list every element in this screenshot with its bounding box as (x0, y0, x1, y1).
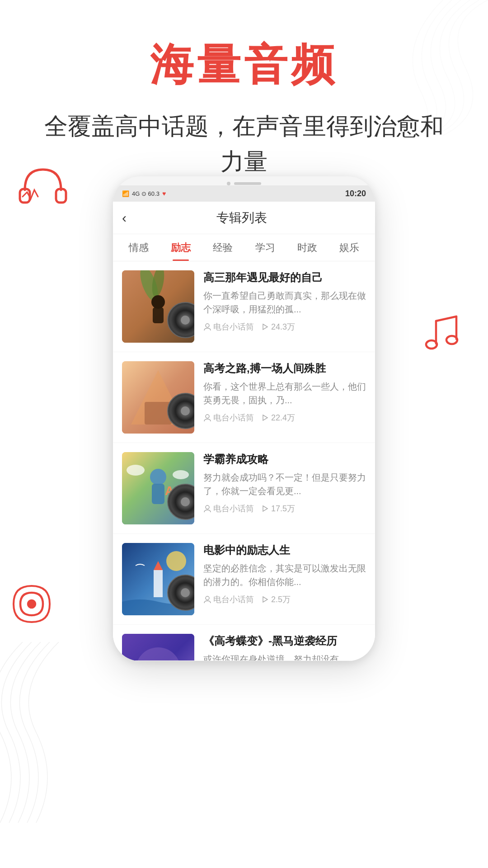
item-meta: 电台小话筒 22.4万 (203, 412, 366, 423)
play-icon (261, 505, 269, 513)
phone-mockup: 📶 4G ⊙ 60.3 ♥ 10:20 ‹ 专辑列表 情感 励志 经验 学习 (113, 176, 375, 661)
heart-icon: ♥ (162, 190, 166, 197)
author-icon (203, 323, 211, 331)
svg-rect-29 (154, 570, 163, 597)
tab-yule[interactable]: 娱乐 (328, 234, 371, 261)
svg-marker-14 (263, 324, 267, 330)
svg-rect-22 (152, 484, 164, 504)
tab-shizheng[interactable]: 时政 (286, 234, 328, 261)
item-description: 你看，这个世界上总有那么一些人，他们英勇无畏，固执，乃... (203, 380, 366, 407)
item-thumbnail (122, 361, 194, 434)
indicator-dot (227, 182, 230, 185)
author-icon (203, 595, 211, 604)
svg-point-7 (28, 600, 35, 608)
item-meta: 电台小话筒 17.5万 (203, 503, 366, 514)
status-bar-left: 📶 4G ⊙ 60.3 ♥ (122, 190, 166, 197)
item-title: 高三那年遇见最好的自己 (203, 270, 366, 284)
bg-decoration-bottom-left (0, 642, 127, 823)
list-item[interactable]: A 学霸养成攻略 努力就会成功吗？不一定！但是只要努力了，你就一定会看见更... (113, 443, 375, 534)
item-title: 高考之路,搏一场人间殊胜 (203, 361, 366, 375)
svg-point-13 (206, 324, 209, 327)
svg-point-11 (151, 295, 165, 309)
item-content: 高考之路,搏一场人间殊胜 你看，这个世界上总有那么一些人，他们英勇无畏，固执，乃… (203, 361, 366, 423)
list-item[interactable]: 高考之路,搏一场人间殊胜 你看，这个世界上总有那么一些人，他们英勇无畏，固执，乃… (113, 352, 375, 443)
meta-play: 24.3万 (261, 321, 295, 332)
item-content: 高三那年遇见最好的自己 你一直希望自己勇敢而真实，那么现在做个深呼吸，用猛烈的孤… (203, 270, 366, 332)
headphone-icon (14, 158, 72, 219)
svg-point-3 (426, 340, 437, 349)
play-icon (261, 595, 269, 604)
item-content: 电影中的励志人生 坚定的必胜信念，其实是可以激发出无限的潜力的。你相信你能...… (203, 543, 366, 605)
item-title: 学霸养成攻略 (203, 452, 366, 466)
item-title: 《高考蝶变》-黑马逆袭经历 (203, 634, 366, 648)
tab-lizhi[interactable]: 励志 (160, 234, 202, 261)
vinyl-center (181, 497, 190, 506)
item-description: 坚定的必胜信念，其实是可以激发出无限的潜力的。你相信你能... (203, 561, 366, 589)
back-button[interactable]: ‹ (122, 210, 127, 226)
item-content: 学霸养成攻略 努力就会成功吗？不一定！但是只要努力了，你就一定会看见更... 电… (203, 452, 366, 514)
app-header: ‹ 专辑列表 (113, 202, 375, 234)
meta-play: 22.4万 (261, 412, 295, 423)
radio-icon (5, 577, 59, 633)
tab-xuexi[interactable]: 学习 (244, 234, 286, 261)
item-thumbnail (122, 543, 194, 615)
svg-marker-27 (263, 506, 267, 511)
item-description: 或许你现在身处逆境，努力却没有... (203, 652, 366, 661)
meta-author: 电台小话筒 (203, 594, 254, 605)
item-thumbnail (122, 634, 194, 661)
status-bar: 📶 4G ⊙ 60.3 ♥ 10:20 (113, 185, 375, 202)
meta-author: 电台小话筒 (203, 412, 254, 423)
list-item[interactable]: 电影中的励志人生 坚定的必胜信念，其实是可以激发出无限的潜力的。你相信你能...… (113, 534, 375, 625)
svg-point-32 (206, 596, 209, 600)
author-icon (203, 505, 211, 513)
hero-subtitle: 全覆盖高中话题，在声音里得到治愈和力量 (0, 108, 488, 179)
vinyl-center (181, 406, 190, 415)
tab-qinggan[interactable]: 情感 (117, 234, 160, 261)
item-description: 你一直希望自己勇敢而真实，那么现在做个深呼吸，用猛烈的孤... (203, 289, 366, 316)
content-list: 高三那年遇见最好的自己 你一直希望自己勇敢而真实，那么现在做个深呼吸，用猛烈的孤… (113, 261, 375, 661)
vinyl-center (181, 588, 190, 597)
item-meta: 电台小话筒 2.5万 (203, 594, 366, 605)
vinyl-center (181, 316, 190, 325)
item-thumbnail (122, 270, 194, 343)
hero-title: 海量音频 (0, 36, 488, 95)
music-note-icon (416, 307, 474, 368)
author-icon (203, 414, 211, 422)
meta-play: 2.5万 (261, 594, 291, 605)
status-bar-time: 10:20 (345, 189, 366, 198)
svg-point-26 (206, 505, 209, 509)
status-bar-left-text: 4G ⊙ 60.3 (132, 190, 160, 197)
tab-jingyan[interactable]: 经验 (202, 234, 244, 261)
svg-point-18 (206, 415, 209, 418)
play-icon (261, 323, 269, 331)
svg-point-6 (446, 336, 457, 344)
play-icon (261, 414, 269, 422)
list-item[interactable]: 《高考蝶变》-黑马逆袭经历 或许你现在身处逆境，努力却没有... (113, 625, 375, 661)
meta-author: 电台小话筒 (203, 321, 254, 332)
svg-rect-12 (153, 307, 164, 323)
item-description: 努力就会成功吗？不一定！但是只要努力了，你就一定会看见更... (203, 471, 366, 498)
svg-line-4 (436, 316, 456, 321)
svg-point-31 (166, 551, 186, 571)
header-title: 专辑列表 (136, 209, 348, 226)
hero-section: 海量音频 全覆盖高中话题，在声音里得到治愈和力量 (0, 0, 488, 206)
list-item[interactable]: 高三那年遇见最好的自己 你一直希望自己勇敢而真实，那么现在做个深呼吸，用猛烈的孤… (113, 261, 375, 352)
svg-point-21 (150, 469, 166, 485)
svg-point-24 (127, 465, 145, 476)
item-thumbnail: A (122, 452, 194, 524)
indicator-line (234, 182, 261, 185)
item-meta: 电台小话筒 24.3万 (203, 321, 366, 332)
tab-bar: 情感 励志 经验 学习 时政 娱乐 (113, 234, 375, 261)
svg-marker-33 (263, 597, 267, 602)
item-title: 电影中的励志人生 (203, 543, 366, 557)
phone-indicator (113, 176, 375, 185)
meta-play: 17.5万 (261, 503, 295, 514)
item-content: 《高考蝶变》-黑马逆袭经历 或许你现在身处逆境，努力却没有... (203, 634, 366, 661)
svg-marker-19 (263, 415, 267, 420)
signal-icon: 📶 (122, 190, 129, 197)
meta-author: 电台小话筒 (203, 503, 254, 514)
svg-point-25 (173, 470, 189, 479)
